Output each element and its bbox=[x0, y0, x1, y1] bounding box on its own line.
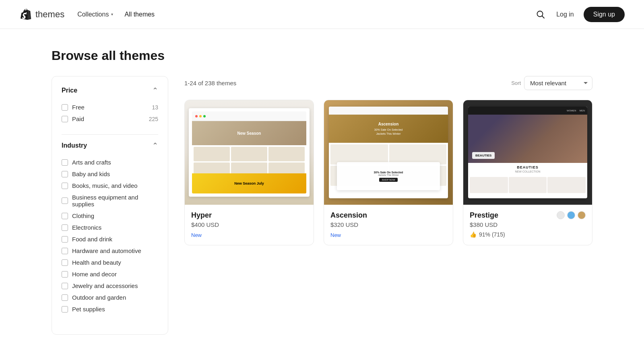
sort-label: Sort bbox=[511, 80, 521, 86]
price-collapse-icon: ⌃ bbox=[152, 86, 158, 95]
price-filter-section: Price ⌃ Free 13 Paid 225 bbox=[62, 86, 158, 125]
theme-body-prestige: Prestige $380 USD 👍 91% (715) bbox=[463, 205, 592, 244]
price-free-checkbox[interactable] bbox=[62, 104, 68, 111]
industry-business-label: Business equipment and supplies bbox=[72, 194, 158, 208]
sort-container: Sort Most relevant Price: Low to High Pr… bbox=[511, 76, 592, 90]
search-button[interactable] bbox=[535, 8, 547, 21]
industry-baby-checkbox[interactable] bbox=[62, 171, 68, 177]
industry-health-label: Health and beauty bbox=[72, 259, 121, 266]
price-free-label: Free bbox=[72, 104, 85, 111]
industry-pet-item: Pet supplies bbox=[62, 303, 158, 315]
signup-button[interactable]: Sign up bbox=[584, 7, 625, 22]
industry-filter-section: Industry ⌃ Arts and crafts Baby and kids bbox=[62, 141, 158, 315]
theme-body-ascension: Ascension $320 USD New bbox=[324, 205, 453, 245]
industry-outdoor-item: Outdoor and garden bbox=[62, 292, 158, 303]
nav-collections-label: Collections bbox=[77, 11, 109, 18]
industry-clothing-label: Clothing bbox=[72, 212, 94, 219]
theme-name-hyper: Hyper bbox=[191, 211, 212, 220]
industry-health-item: Health and beauty bbox=[62, 257, 158, 268]
theme-image-prestige: WOMEN MEN BEAUTIES bbox=[463, 100, 592, 205]
price-filter-title: Price bbox=[62, 87, 77, 94]
results-header: 1-24 of 238 themes Sort Most relevant Pr… bbox=[184, 76, 592, 90]
theme-price-hyper: $400 USD bbox=[191, 221, 307, 228]
filter-divider bbox=[62, 134, 158, 135]
industry-baby-label: Baby and kids bbox=[72, 171, 110, 177]
logo[interactable]: themes bbox=[19, 8, 64, 21]
industry-food-label: Food and drink bbox=[72, 236, 112, 243]
swatch-warm[interactable] bbox=[578, 211, 586, 219]
industry-hardware-checkbox[interactable] bbox=[62, 248, 68, 254]
industry-home-label: Home and decor bbox=[72, 271, 117, 278]
industry-books-checkbox[interactable] bbox=[62, 183, 68, 189]
header-nav: Collections ▾ All themes bbox=[77, 11, 535, 18]
industry-outdoor-label: Outdoor and garden bbox=[72, 294, 126, 301]
industry-pet-checkbox[interactable] bbox=[62, 306, 68, 313]
price-paid-checkbox[interactable] bbox=[62, 116, 68, 122]
nav-all-themes-label: All themes bbox=[124, 11, 155, 18]
page-content: Browse all themes Price ⌃ Free 13 bbox=[32, 29, 612, 335]
sidebar: Price ⌃ Free 13 Paid 225 bbox=[52, 76, 168, 335]
theme-card-ascension[interactable]: Ascension 30% Sale On Selected Jackets T… bbox=[324, 100, 453, 245]
industry-baby-item: Baby and kids bbox=[62, 168, 158, 180]
nav-collections[interactable]: Collections ▾ bbox=[77, 11, 113, 18]
search-icon bbox=[536, 10, 545, 19]
page-title: Browse all themes bbox=[52, 48, 592, 63]
sort-select[interactable]: Most relevant Price: Low to High Price: … bbox=[524, 76, 592, 90]
industry-jewelry-label: Jewelry and accessories bbox=[72, 282, 138, 289]
rating-value: 91% (715) bbox=[479, 231, 505, 238]
thumbs-up-icon: 👍 bbox=[470, 231, 477, 238]
industry-filter-header[interactable]: Industry ⌃ bbox=[62, 141, 158, 150]
industry-filter-title: Industry bbox=[62, 142, 87, 149]
theme-badge-ascension: New bbox=[330, 232, 341, 238]
ascension-screenshot: Ascension 30% Sale On Selected Jackets T… bbox=[324, 100, 453, 205]
theme-rating-prestige: 👍 91% (715) bbox=[470, 231, 586, 238]
industry-business-checkbox[interactable] bbox=[62, 197, 68, 204]
price-free-item: Free 13 bbox=[62, 101, 158, 113]
industry-health-checkbox[interactable] bbox=[62, 259, 68, 266]
industry-home-item: Home and decor bbox=[62, 268, 158, 280]
price-paid-item: Paid 225 bbox=[62, 113, 158, 125]
main-layout: Price ⌃ Free 13 Paid 225 bbox=[52, 76, 592, 335]
theme-card-hyper[interactable]: New Season GARAGE Ne bbox=[184, 100, 314, 245]
theme-image-ascension: Ascension 30% Sale On Selected Jackets T… bbox=[324, 100, 453, 205]
nav-all-themes[interactable]: All themes bbox=[124, 11, 155, 18]
industry-books-item: Books, music, and video bbox=[62, 180, 158, 191]
theme-swatches-prestige bbox=[557, 211, 586, 219]
logo-text: themes bbox=[35, 9, 64, 20]
svg-line-1 bbox=[542, 16, 545, 18]
industry-electronics-checkbox[interactable] bbox=[62, 224, 68, 231]
industry-jewelry-item: Jewelry and accessories bbox=[62, 280, 158, 292]
price-free-count: 13 bbox=[152, 104, 158, 111]
industry-arts-checkbox[interactable] bbox=[62, 159, 68, 166]
industry-arts-label: Arts and crafts bbox=[72, 159, 111, 166]
theme-price-prestige: $380 USD bbox=[470, 221, 586, 228]
industry-jewelry-checkbox[interactable] bbox=[62, 283, 68, 289]
price-paid-count: 225 bbox=[149, 116, 158, 122]
industry-pet-label: Pet supplies bbox=[72, 306, 105, 313]
themes-grid: New Season GARAGE Ne bbox=[184, 100, 592, 245]
hyper-screenshot: New Season GARAGE Ne bbox=[185, 100, 314, 205]
industry-arts-item: Arts and crafts bbox=[62, 156, 158, 168]
swatch-blue[interactable] bbox=[567, 211, 575, 219]
chevron-down-icon: ▾ bbox=[111, 12, 113, 16]
login-button[interactable]: Log in bbox=[556, 11, 574, 18]
theme-card-prestige[interactable]: WOMEN MEN BEAUTIES bbox=[463, 100, 592, 245]
price-paid-label: Paid bbox=[72, 115, 84, 122]
theme-name-ascension: Ascension bbox=[330, 211, 367, 220]
industry-collapse-icon: ⌃ bbox=[152, 141, 158, 150]
industry-outdoor-checkbox[interactable] bbox=[62, 294, 68, 301]
header-actions: Log in Sign up bbox=[535, 7, 625, 22]
price-filter-header[interactable]: Price ⌃ bbox=[62, 86, 158, 95]
industry-electronics-item: Electronics bbox=[62, 222, 158, 233]
results-count: 1-24 of 238 themes bbox=[184, 80, 236, 86]
header: themes Collections ▾ All themes Log in S… bbox=[0, 0, 644, 29]
industry-food-checkbox[interactable] bbox=[62, 236, 68, 243]
industry-home-checkbox[interactable] bbox=[62, 271, 68, 278]
industry-business-item: Business equipment and supplies bbox=[62, 191, 158, 210]
swatch-light[interactable] bbox=[557, 211, 565, 219]
industry-hardware-label: Hardware and automotive bbox=[72, 247, 141, 254]
theme-badge-hyper: New bbox=[191, 232, 202, 238]
industry-clothing-checkbox[interactable] bbox=[62, 213, 68, 219]
shopify-logo-icon bbox=[19, 8, 32, 21]
main-content: 1-24 of 238 themes Sort Most relevant Pr… bbox=[184, 76, 592, 245]
